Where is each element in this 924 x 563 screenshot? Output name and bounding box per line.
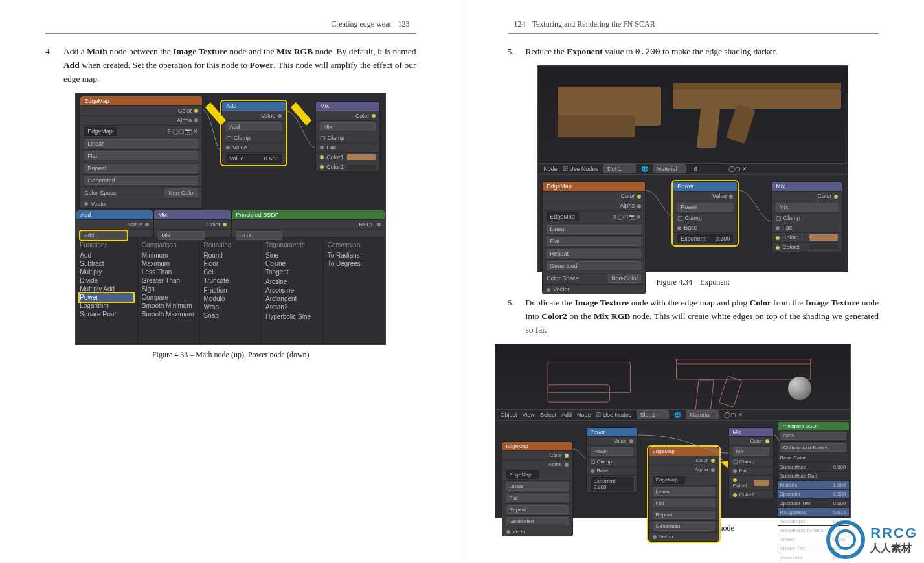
op-dropdown[interactable]: Add: [226, 122, 282, 131]
chapter-title: Texturing and Rendering the FN SCAR: [532, 19, 655, 29]
material-dropdown[interactable]: Material: [653, 164, 686, 173]
use-nodes-checkbox[interactable]: ☑ Use Nodes: [596, 412, 631, 418]
node-mix-435[interactable]: Mix Color Mix ▢ Clamp Fac Color1 Color2: [728, 427, 774, 500]
watermark-logo-icon: [826, 520, 865, 559]
node-math-add[interactable]: Add Value Add ▢ Clamp Value Value0.500: [221, 101, 286, 165]
page-124: 124 Texturing and Rendering the FN SCAR …: [462, 0, 925, 563]
viewport-preview: [538, 66, 848, 163]
section-title: Creating edge wear: [331, 19, 391, 29]
menu-col-rounding: Rounding Round Floor Ceil Truncate Fract…: [199, 238, 262, 344]
bsdf-row[interactable]: Subsurface0.000: [778, 463, 849, 472]
bsdf-row[interactable]: Specular Tint0.000: [778, 499, 849, 508]
step-4: 4. Add a Math node between the Image Tex…: [45, 45, 416, 86]
menu-col-trig: Trigonometric Sine Cosine Tangent Arcsin…: [262, 238, 324, 344]
page-number: 124: [514, 19, 526, 29]
step-6: 6. Duplicate the Image Texture node with…: [508, 296, 879, 337]
src-dropdown[interactable]: Generated: [84, 176, 198, 185]
node-bsdf-435[interactable]: Principled BSDF GGX Christensen-Burley B…: [778, 422, 849, 516]
page-number: 123: [398, 19, 410, 29]
node-power-434[interactable]: Power Value Power ▢ Clamp Base Exponent0…: [673, 181, 738, 245]
material-preview-sphere-icon: [788, 377, 811, 400]
use-nodes-checkbox[interactable]: ☑ Use Nodes: [563, 166, 598, 172]
op-menu-columns: Functions Add Subtract Multiply Divide M…: [76, 238, 385, 344]
svg-marker-2: [721, 461, 728, 469]
menu-col-comparison: Comparison Minimum Maximum Less Than Gre…: [138, 238, 200, 344]
node-edgemap[interactable]: EdgeMap Color Alpha EdgeMap2 ◯▢📷 ✕ Linea…: [80, 96, 203, 209]
mix-mode[interactable]: Mix: [320, 122, 376, 131]
bottom-bsdf-node[interactable]: Principled BSDF BSDF GGX: [231, 210, 385, 238]
menu-col-functions: Functions Add Subtract Multiply Divide M…: [76, 238, 138, 344]
node-edgemap-434[interactable]: EdgeMap Color Alpha EdgeMap2 ◯▢📷 ✕ Linea…: [542, 181, 646, 294]
editor-header-bar: Object View Select Add Node ☑ Use Nodes …: [495, 409, 850, 421]
proj-dropdown[interactable]: Flat: [84, 151, 198, 160]
running-head-left: Creating edge wear 123: [45, 19, 416, 34]
bottom-mix-node[interactable]: Mix Color Mix: [153, 210, 231, 238]
rifle-wireframe-icon: [547, 355, 810, 409]
step-text: Duplicate the Image Texture node with th…: [526, 296, 879, 337]
exponent-input[interactable]: Exponent0.200: [677, 234, 733, 243]
bsdf-row[interactable]: Specular0.500: [778, 490, 849, 499]
image-field[interactable]: EdgeMap: [84, 127, 117, 136]
ext-dropdown[interactable]: Repeat: [84, 164, 198, 173]
bsdf-row[interactable]: Subsurface Rad.: [778, 472, 849, 481]
node-mix[interactable]: Mix Color Mix ▢ Clamp Fac Color1 Color2: [315, 101, 380, 172]
slot-dropdown[interactable]: Slot 1: [603, 164, 636, 173]
material-bar: Node ☑ Use Nodes Slot 1 🌐 Material 6 ◯▢ …: [538, 163, 848, 175]
watermark: RRCG 人人素材: [826, 520, 918, 559]
figure-4-33-caption: Figure 4.33 – Math node (up), Power node…: [45, 350, 416, 360]
figure-4-35: Object View Select Add Node ☑ Use Nodes …: [495, 344, 851, 518]
node-header: Add: [222, 102, 286, 111]
bsdf-row[interactable]: Metallic1.000: [778, 481, 849, 490]
viewport-preview-wf: [495, 344, 850, 409]
node-power-435[interactable]: Power Value Power ▢ Clamp Base Exponent …: [586, 427, 638, 493]
page-123: Creating edge wear 123 4. Add a Math nod…: [0, 0, 462, 563]
interp-dropdown[interactable]: Linear: [84, 139, 198, 148]
figure-4-34: Node ☑ Use Nodes Slot 1 🌐 Material 6 ◯▢ …: [537, 65, 848, 272]
node-header: EdgeMap: [80, 96, 202, 105]
bsdf-row[interactable]: Roughness0.673: [778, 508, 849, 517]
svg-marker-1: [291, 102, 311, 126]
material-buttons[interactable]: ◯▢ ✕: [728, 166, 748, 172]
figure-4-33: EdgeMap Color Alpha EdgeMap2 ◯▢📷 ✕ Linea…: [75, 93, 386, 345]
rifle-model-icon: [558, 78, 841, 155]
step-5: 5. Reduce the Exponent value to 0.200 to…: [508, 45, 879, 59]
running-head-right: 124 Texturing and Rendering the FN SCAR: [508, 19, 879, 34]
step-text: Reduce the Exponent value to 0.200 to ma…: [526, 45, 778, 59]
bottom-add-node[interactable]: Add Value Add: [76, 210, 153, 238]
node-edgemap2-435[interactable]: EdgeMap Color Alpha EdgeMap Linear Flat …: [648, 447, 719, 542]
node-header: Mix: [316, 102, 379, 111]
value-input[interactable]: Value0.500: [226, 154, 282, 163]
menu-power[interactable]: Power: [80, 293, 133, 302]
step-text: Add a Math node between the Image Textur…: [63, 45, 416, 86]
node-edgemap1-435[interactable]: EdgeMap Color Alpha EdgeMap Linear Flat …: [502, 441, 573, 536]
node-mix-434[interactable]: Mix Color Mix ▢ Clamp Fac Color1 Color2: [771, 181, 842, 252]
step-number: 4.: [45, 45, 56, 86]
math-operation-menu: Add Value Add Mix Color Mix Principled B…: [76, 210, 385, 344]
menu-col-conversion: Conversion To Radians To Degrees: [324, 238, 386, 344]
book-spread: Creating edge wear 123 4. Add a Math nod…: [0, 0, 924, 563]
